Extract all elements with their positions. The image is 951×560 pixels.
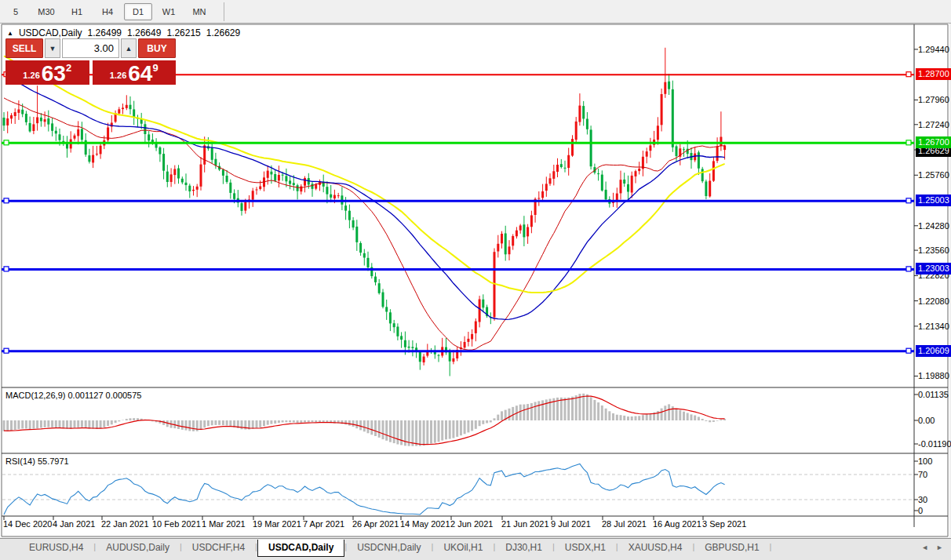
buy-price-display[interactable]: 1.26 64 9 [93, 60, 177, 85]
candle [88, 149, 90, 164]
line-handle [4, 198, 9, 203]
window-borders [2, 24, 948, 536]
candle [185, 173, 188, 191]
horizontal-line-1.23003[interactable] [2, 267, 914, 271]
date-tick-label: 4 Jan 2021 [53, 519, 95, 529]
candle [3, 112, 5, 131]
macd-histogram [4, 394, 725, 446]
tab-dj30-h1[interactable]: DJ30,H1 [495, 540, 552, 556]
candle [274, 169, 276, 182]
candle [355, 220, 358, 251]
candle [32, 117, 35, 134]
candle [140, 113, 143, 129]
candle [575, 117, 578, 143]
candle [601, 170, 603, 191]
rsi-line [4, 464, 725, 515]
timeframe-button-5[interactable]: 5 [2, 3, 30, 20]
buy-price-pips: 64 [128, 64, 152, 83]
candle [597, 169, 599, 181]
ma-line-fast-red [4, 98, 725, 350]
timeframe-button-m30[interactable]: M30 [32, 3, 60, 20]
line-handle [906, 140, 911, 145]
date-tick-label: 3 Sep 2021 [702, 519, 746, 529]
tab-usdx-h1[interactable]: USDX,H1 [555, 540, 616, 556]
tab-usdcad-daily[interactable]: USDCAD,Daily [257, 540, 344, 557]
candle [289, 176, 291, 189]
line-handle [4, 348, 9, 353]
candle [111, 115, 113, 133]
sell-button[interactable]: SELL [5, 38, 43, 58]
candle [616, 187, 618, 208]
timeframe-button-w1[interactable]: W1 [155, 3, 183, 20]
candle [582, 101, 585, 126]
candle [222, 169, 224, 184]
tab-xauusd-h4[interactable]: XAUUSD,H4 [618, 540, 693, 556]
candle [505, 226, 507, 261]
rsi-axis: 10070300 [915, 0, 951, 560]
candle [370, 263, 373, 278]
candle [162, 148, 165, 180]
volume-input[interactable] [62, 38, 119, 58]
tab-eurusd-h4[interactable]: EURUSD,H4 [19, 540, 93, 556]
volume-up-button[interactable]: ▲ [121, 38, 137, 58]
sell-price-display[interactable]: 1.26 63 2 [5, 60, 89, 85]
candle [709, 173, 711, 198]
sell-price-prefix: 1.26 [23, 71, 39, 80]
candle [635, 169, 637, 183]
candle [653, 131, 655, 147]
tab-audusd-daily[interactable]: AUDUSD,Daily [96, 540, 180, 556]
tab-scroll-right-icon[interactable]: ► [936, 544, 943, 551]
candle [456, 347, 458, 361]
tab-ukoil-h1[interactable]: UKOil,H1 [433, 540, 493, 556]
candle [200, 157, 202, 191]
candle [605, 182, 607, 201]
candle [322, 175, 325, 193]
timeframe-toolbar: 5M30H1H4D1W1MN [0, 0, 951, 24]
candle [330, 185, 332, 202]
candle [642, 151, 644, 176]
candle [259, 180, 261, 191]
candle [590, 125, 592, 169]
candle [51, 118, 53, 136]
candle [129, 96, 132, 115]
candle [578, 93, 581, 125]
horizontal-line-1.25003[interactable] [2, 198, 914, 203]
candle [55, 127, 57, 141]
candle [29, 117, 31, 133]
ohlc-low: 1.26215 [166, 27, 200, 38]
tab-usdcnh-daily[interactable]: USDCNH,Daily [347, 540, 431, 556]
ohlc-high: 1.26649 [127, 27, 161, 38]
candle [519, 224, 522, 234]
tab-gbpusd-h1[interactable]: GBPUSD,H1 [694, 540, 769, 556]
timeframe-button-d1[interactable]: D1 [124, 3, 152, 20]
candle [631, 172, 633, 198]
candle [40, 113, 42, 127]
candle [367, 252, 370, 271]
buy-price-prefix: 1.26 [110, 71, 126, 80]
buy-button[interactable]: BUY [138, 38, 176, 58]
candle [638, 162, 640, 174]
candle [14, 108, 16, 124]
timeframe-button-h1[interactable]: H1 [63, 3, 91, 20]
timeframe-button-h4[interactable]: H4 [93, 3, 122, 20]
candle [226, 170, 228, 184]
candle [571, 135, 574, 157]
candle [170, 168, 173, 187]
collapse-icon[interactable]: ▲ [7, 30, 13, 37]
tab-usdchf-h4[interactable]: USDCHF,H4 [182, 540, 255, 556]
tab-scroll-left-icon[interactable]: ◄ [921, 544, 928, 551]
date-tick-label: 7 Apr 2021 [303, 519, 344, 529]
candle [352, 217, 355, 231]
candle [196, 184, 199, 198]
candle [44, 111, 46, 126]
horizontal-line-1.26700[interactable] [2, 140, 914, 145]
volume-down-button[interactable]: ▼ [45, 38, 60, 58]
date-tick-label: 22 Jan 2021 [101, 519, 149, 529]
date-tick-label: 9 Jul 2021 [551, 519, 591, 529]
rsi-indicator-label: RSI(14) 55.7971 [5, 456, 69, 466]
candle [237, 190, 239, 207]
candle [96, 146, 98, 156]
timeframe-button-mn[interactable]: MN [185, 3, 213, 20]
candle [541, 184, 544, 202]
candle [177, 165, 180, 184]
